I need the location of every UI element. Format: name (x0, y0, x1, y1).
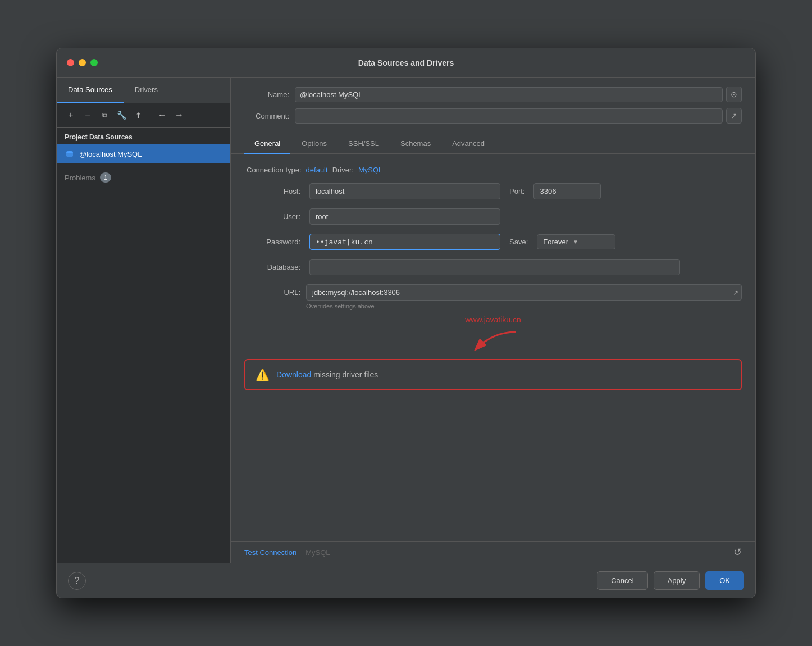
connection-type-label: Connection type: (247, 166, 302, 174)
back-button[interactable]: ← (155, 108, 170, 122)
password-row: Password: Save: Forever ▼ (244, 234, 742, 250)
comment-field-wrap: ↗ (295, 108, 742, 124)
sidebar-toolbar: + − ⧉ 🔧 ⬆ ← → (57, 103, 230, 128)
fields-header: Name: ⊙ Comment: ↗ (231, 78, 755, 134)
tabs-bar: General Options SSH/SSL Schemas Advanced (231, 134, 755, 154)
main-layout: Data Sources Drivers + − ⧉ 🔧 ⬆ ← → Proje… (57, 78, 755, 563)
section-label: Project Data Sources (57, 128, 230, 144)
sidebar-item-label: @localhost MySQL (79, 150, 142, 158)
expand-icon[interactable]: ↗ (733, 289, 738, 297)
tab-general[interactable]: General (244, 134, 290, 154)
url-row: URL: ↗ (244, 284, 742, 301)
url-input-wrap: ↗ (306, 284, 742, 301)
form-area: Connection type: default Driver: MySQL H… (231, 154, 755, 541)
tab-advanced[interactable]: Advanced (442, 134, 495, 154)
connection-type-row: Connection type: default Driver: MySQL (244, 166, 742, 174)
close-button[interactable] (67, 59, 74, 66)
save-select[interactable]: Forever ▼ (537, 234, 615, 249)
problems-label: Problems (65, 174, 95, 182)
cancel-button[interactable]: Cancel (597, 571, 647, 590)
password-input[interactable] (309, 234, 500, 250)
window-controls (67, 59, 98, 66)
add-button[interactable]: + (63, 108, 78, 122)
mysql-label: MySQL (305, 548, 330, 557)
warning-box: ⚠️ Download missing driver files (244, 359, 742, 390)
warning-rest-text: missing driver files (311, 370, 378, 379)
warning-icon: ⚠️ (256, 368, 270, 381)
tab-drivers[interactable]: Drivers (124, 78, 169, 103)
sidebar: Data Sources Drivers + − ⧉ 🔧 ⬆ ← → Proje… (57, 78, 231, 563)
toolbar-divider (150, 110, 150, 120)
overrides-text: Overrides settings above (244, 303, 742, 310)
database-icon (65, 149, 75, 159)
host-port-row: Host: Port: (244, 183, 742, 199)
content-area: Name: ⊙ Comment: ↗ General Opti (231, 78, 755, 563)
watermark-text: www.javatiku.cn (244, 315, 742, 324)
title-bar: Data Sources and Drivers (57, 48, 755, 78)
sidebar-item-mysql[interactable]: @localhost MySQL (57, 144, 230, 163)
database-label: Database: (244, 263, 300, 271)
forward-button[interactable]: → (172, 108, 186, 122)
settings-button[interactable]: 🔧 (114, 108, 129, 122)
warning-text: Download missing driver files (276, 370, 378, 379)
save-label: Save: (509, 238, 528, 246)
tab-data-sources[interactable]: Data Sources (57, 78, 124, 103)
apply-button[interactable]: Apply (654, 571, 700, 590)
arrow-area (244, 326, 742, 354)
url-input[interactable] (306, 284, 742, 301)
driver-label: Driver: (332, 166, 354, 174)
save-value: Forever (543, 238, 568, 246)
host-input[interactable] (309, 183, 500, 199)
ok-button[interactable]: OK (705, 571, 744, 590)
name-input[interactable] (295, 87, 723, 102)
bottom-bar: Test Connection MySQL ↺ (231, 541, 755, 563)
user-input[interactable] (309, 208, 500, 225)
copy-button[interactable]: ⧉ (97, 108, 112, 122)
refresh-button[interactable]: ↺ (733, 546, 742, 558)
tab-schemas[interactable]: Schemas (390, 134, 441, 154)
problems-badge: 1 (100, 172, 111, 183)
password-label: Password: (244, 238, 300, 246)
download-link[interactable]: Download (276, 370, 311, 379)
arrow-icon (459, 326, 527, 354)
test-connection-button[interactable]: Test Connection (244, 548, 296, 557)
move-button[interactable]: ⬆ (131, 108, 145, 122)
dialog-title: Data Sources and Drivers (358, 58, 454, 67)
driver-link[interactable]: MySQL (358, 166, 382, 174)
minimize-button[interactable] (79, 59, 86, 66)
svg-point-0 (66, 151, 73, 153)
maximize-button[interactable] (90, 59, 98, 66)
dialog-footer: ? Cancel Apply OK (57, 563, 755, 598)
help-button[interactable]: ? (68, 572, 86, 590)
comment-expand-button[interactable]: ↗ (726, 108, 742, 124)
tab-ssh-ssl[interactable]: SSH/SSL (338, 134, 389, 154)
problems-section: Problems 1 (57, 163, 230, 192)
name-field-wrap: ⊙ (295, 87, 742, 102)
user-row: User: (244, 208, 742, 225)
comment-label: Comment: (244, 112, 289, 120)
name-expand-button[interactable]: ⊙ (726, 87, 742, 102)
name-row: Name: ⊙ (244, 87, 742, 102)
user-label: User: (244, 212, 300, 221)
name-label: Name: (244, 90, 289, 99)
tab-options[interactable]: Options (291, 134, 337, 154)
sidebar-tabs: Data Sources Drivers (57, 78, 230, 103)
url-label: URL: (244, 288, 300, 297)
database-row: Database: (244, 259, 742, 275)
database-input[interactable] (309, 259, 680, 275)
port-label: Port: (509, 187, 524, 195)
remove-button[interactable]: − (80, 108, 95, 122)
dialog-window: Data Sources and Drivers Data Sources Dr… (56, 48, 756, 598)
port-input[interactable] (533, 183, 601, 199)
host-label: Host: (244, 187, 300, 195)
comment-input[interactable] (295, 108, 723, 124)
comment-row: Comment: ↗ (244, 108, 742, 124)
chevron-down-icon: ▼ (573, 239, 578, 245)
connection-type-link[interactable]: default (306, 166, 328, 174)
